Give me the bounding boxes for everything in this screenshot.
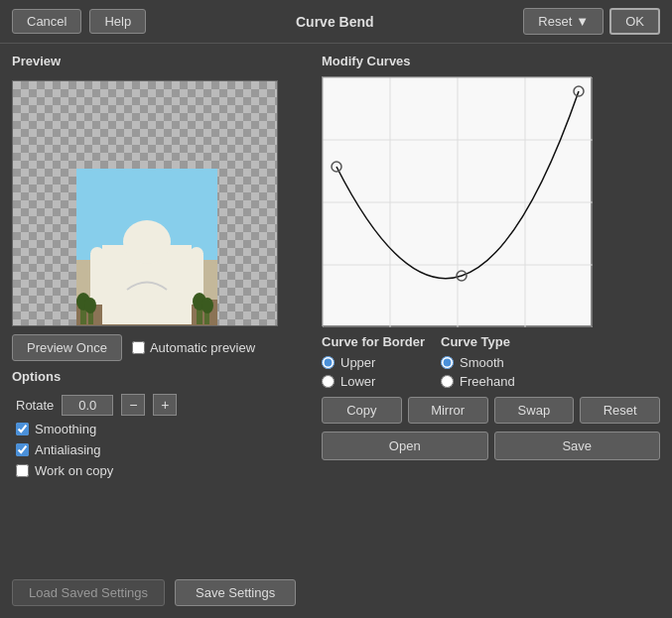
curve-controls: Curve for Border Upper Lower Curve Type … (322, 334, 660, 389)
dialog: Cancel Help Curve Bend Reset ▼ OK Previe… (0, 0, 672, 618)
rotate-label: Rotate (16, 398, 54, 413)
work-on-copy-label: Work on copy (35, 463, 113, 478)
smooth-radio-row[interactable]: Smooth (441, 355, 515, 370)
curve-for-border-label: Curve for Border (322, 334, 425, 349)
lower-radio-row[interactable]: Lower (322, 374, 425, 389)
smoothing-row[interactable]: Smoothing (16, 422, 310, 436)
swap-button[interactable]: Swap (494, 397, 575, 424)
smoothing-checkbox[interactable] (16, 423, 29, 435)
reset-label: Reset (538, 14, 572, 29)
preview-controls: Preview Once Automatic preview (12, 334, 310, 361)
work-on-copy-row[interactable]: Work on copy (16, 463, 310, 478)
freehand-radio[interactable] (441, 375, 454, 388)
auto-preview-checkbox[interactable] (132, 341, 145, 354)
upper-radio[interactable] (322, 356, 335, 369)
main-content: Preview (0, 44, 672, 573)
reset-arrow-icon: ▼ (576, 14, 589, 29)
antialiasing-row[interactable]: Antialiasing (16, 442, 310, 457)
smoothing-label: Smoothing (35, 422, 96, 436)
svg-point-12 (84, 298, 96, 313)
lower-radio[interactable] (322, 375, 335, 388)
preview-svg (13, 81, 278, 326)
modify-curves-label: Modify Curves (322, 54, 660, 68)
help-button[interactable]: Help (89, 9, 146, 34)
upper-label: Upper (340, 355, 375, 370)
work-on-copy-checkbox[interactable] (16, 464, 29, 477)
preview-label: Preview (12, 54, 310, 68)
titlebar: Cancel Help Curve Bend Reset ▼ OK (0, 0, 672, 44)
curve-type-label: Curve Type (441, 334, 515, 349)
freehand-radio-row[interactable]: Freehand (441, 374, 515, 389)
svg-point-8 (190, 247, 203, 261)
rotate-input[interactable] (62, 395, 113, 416)
open-button[interactable]: Open (322, 432, 488, 460)
copy-button[interactable]: Copy (322, 397, 402, 424)
smooth-radio[interactable] (441, 356, 454, 369)
freehand-label: Freehand (460, 374, 515, 389)
rotate-row: Rotate − + (16, 394, 310, 416)
svg-point-4 (123, 220, 171, 264)
upper-radio-row[interactable]: Upper (322, 355, 425, 370)
dialog-title: Curve Bend (296, 14, 374, 30)
titlebar-right: Reset ▼ OK (523, 8, 660, 35)
rotate-decrement-button[interactable]: − (121, 394, 145, 416)
lower-label: Lower (340, 374, 375, 389)
smooth-label: Smooth (460, 355, 504, 370)
left-panel: Preview (12, 54, 310, 563)
svg-point-16 (202, 298, 213, 313)
auto-preview-label[interactable]: Automatic preview (132, 340, 255, 355)
ok-button[interactable]: OK (609, 8, 660, 35)
svg-rect-5 (90, 255, 104, 305)
curve-type-col: Curve Type Smooth Freehand (441, 334, 515, 389)
curve-for-border-col: Curve for Border Upper Lower (322, 334, 425, 389)
curve-canvas[interactable] (322, 76, 592, 326)
titlebar-left: Cancel Help (12, 9, 146, 34)
cancel-button[interactable]: Cancel (12, 9, 81, 34)
rotate-increment-button[interactable]: + (153, 394, 177, 416)
antialiasing-label: Antialiasing (35, 442, 101, 457)
mirror-button[interactable]: Mirror (408, 397, 488, 424)
reset-curves-button[interactable]: Reset (580, 397, 660, 424)
options-section: Options Rotate − + Smoothing Antialiasin… (12, 369, 310, 478)
open-save-row: Open Save (322, 432, 660, 460)
save-settings-button[interactable]: Save Settings (175, 579, 296, 606)
antialiasing-checkbox[interactable] (16, 443, 29, 456)
preview-once-button[interactable]: Preview Once (12, 334, 122, 361)
preview-canvas (12, 80, 278, 326)
bottom-bar: Load Saved Settings Save Settings (0, 573, 672, 618)
reset-button[interactable]: Reset ▼ (523, 8, 604, 35)
options-label: Options (12, 369, 310, 384)
save-button[interactable]: Save (494, 432, 661, 460)
svg-point-7 (90, 247, 104, 261)
load-saved-settings-button[interactable]: Load Saved Settings (12, 579, 165, 606)
auto-preview-text: Automatic preview (150, 340, 255, 355)
curve-svg (323, 77, 593, 327)
right-panel: Modify Curves (322, 54, 660, 563)
action-buttons: Copy Mirror Swap Reset (322, 397, 660, 424)
